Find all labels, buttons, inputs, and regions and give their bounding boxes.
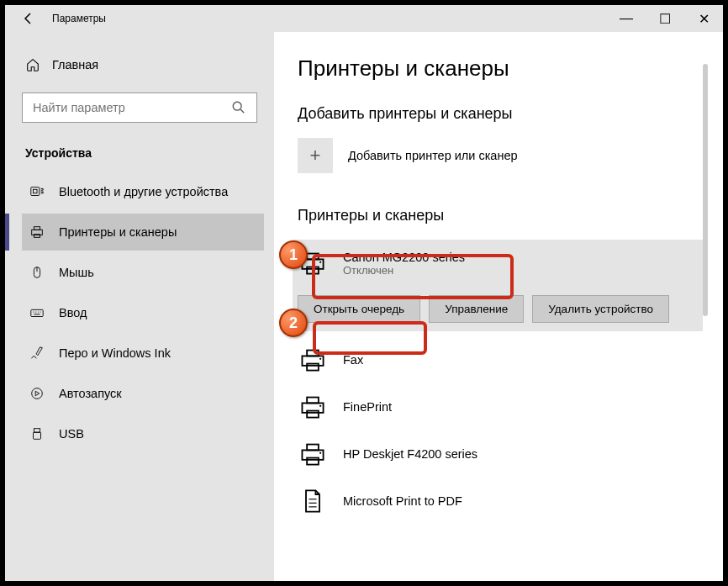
printer-name: Fax: [343, 353, 363, 367]
page-title: Принтеры и сканеры: [298, 55, 703, 82]
nav-home[interactable]: Главная: [22, 49, 264, 81]
sidebar-item-label: Перо и Windows Ink: [59, 346, 171, 360]
nav-home-label: Главная: [52, 58, 98, 71]
sidebar: Главная Устройства Bluetooth и другие ус…: [5, 32, 274, 581]
sidebar-section-label: Устройства: [22, 141, 264, 165]
home-icon: [25, 57, 40, 72]
close-button[interactable]: ✕: [684, 5, 723, 32]
printer-actions: Открыть очередь Управление Удалить устро…: [293, 287, 703, 331]
svg-rect-20: [307, 267, 319, 274]
svg-rect-5: [34, 227, 40, 230]
search-box[interactable]: [22, 92, 257, 123]
printer-name: HP Deskjet F4200 series: [343, 447, 477, 461]
svg-rect-24: [307, 364, 319, 371]
printer-name: Canon MG2200 series: [343, 251, 465, 264]
svg-rect-23: [307, 351, 319, 356]
svg-point-21: [319, 261, 321, 263]
printer-icon: [298, 392, 328, 422]
svg-rect-27: [307, 398, 319, 404]
svg-rect-28: [307, 411, 319, 418]
maximize-button[interactable]: ☐: [646, 5, 684, 32]
search-input[interactable]: [33, 101, 231, 114]
printer-item-hp[interactable]: HP Deskjet F4200 series: [298, 430, 703, 478]
svg-point-29: [319, 405, 321, 407]
printer-icon: [29, 224, 45, 240]
printer-status: Отключен: [343, 264, 465, 277]
sidebar-item-bluetooth[interactable]: Bluetooth и другие устройства: [22, 173, 264, 210]
sidebar-item-usb[interactable]: USB: [22, 415, 264, 452]
scrollbar[interactable]: [703, 64, 708, 316]
printer-item-canon[interactable]: Canon MG2200 series Отключен: [293, 240, 703, 287]
printer-name: Microsoft Print to PDF: [343, 494, 462, 508]
sidebar-item-label: USB: [59, 427, 84, 441]
printer-name: FinePrint: [343, 400, 392, 414]
autoplay-icon: [29, 385, 45, 402]
sidebar-item-pen[interactable]: Перо и Windows Ink: [22, 335, 264, 372]
printer-icon: [298, 439, 328, 469]
callout-2: 2: [279, 309, 308, 337]
sidebar-item-label: Bluetooth и другие устройства: [59, 185, 228, 198]
add-printer-label: Добавить принтер или сканер: [348, 149, 518, 162]
document-icon: [298, 486, 328, 516]
svg-rect-2: [31, 187, 40, 196]
minimize-button[interactable]: —: [607, 5, 646, 32]
printer-item-fineprint[interactable]: FinePrint: [298, 383, 703, 430]
sidebar-item-printers[interactable]: Принтеры и сканеры: [22, 214, 264, 251]
svg-rect-32: [307, 458, 319, 465]
manage-button[interactable]: Управление: [429, 295, 524, 323]
open-queue-button[interactable]: Открыть очередь: [298, 295, 420, 323]
sidebar-item-typing[interactable]: Ввод: [22, 294, 264, 331]
sidebar-item-autoplay[interactable]: Автозапуск: [22, 375, 264, 412]
printer-item-fax[interactable]: Fax: [298, 336, 703, 383]
section-add-title: Добавить принтеры и сканеры: [298, 105, 703, 123]
svg-point-0: [233, 102, 241, 110]
svg-rect-17: [34, 432, 41, 439]
svg-rect-3: [34, 189, 38, 193]
search-icon: [231, 100, 246, 115]
sidebar-item-mouse[interactable]: Мышь: [22, 254, 264, 291]
svg-rect-19: [307, 254, 319, 260]
svg-point-15: [32, 388, 43, 399]
titlebar: Параметры — ☐ ✕: [5, 5, 723, 32]
bluetooth-icon: [29, 183, 45, 200]
svg-rect-9: [31, 309, 43, 316]
plus-icon: +: [298, 138, 333, 173]
printer-icon: [298, 345, 328, 375]
svg-rect-16: [34, 429, 40, 433]
remove-device-button[interactable]: Удалить устройство: [532, 295, 669, 323]
svg-point-25: [319, 358, 321, 360]
back-button[interactable]: [22, 12, 35, 25]
window-title: Параметры: [52, 13, 106, 24]
printer-item-mspdf[interactable]: Microsoft Print to PDF: [298, 478, 703, 525]
callout-1: 1: [279, 240, 308, 269]
sidebar-item-label: Мышь: [59, 266, 94, 279]
svg-point-33: [319, 452, 321, 454]
section-list-title: Принтеры и сканеры: [298, 207, 703, 224]
mouse-icon: [29, 264, 45, 281]
add-printer-row[interactable]: + Добавить принтер или сканер: [298, 138, 703, 173]
sidebar-item-label: Принтеры и сканеры: [59, 225, 177, 239]
svg-rect-31: [307, 445, 319, 451]
sidebar-item-label: Ввод: [59, 306, 87, 319]
pen-icon: [29, 345, 45, 362]
keyboard-icon: [29, 304, 45, 321]
svg-line-1: [240, 109, 244, 113]
sidebar-item-label: Автозапуск: [59, 387, 122, 400]
usb-icon: [29, 425, 45, 442]
main-panel: Принтеры и сканеры Добавить принтеры и с…: [274, 32, 723, 581]
